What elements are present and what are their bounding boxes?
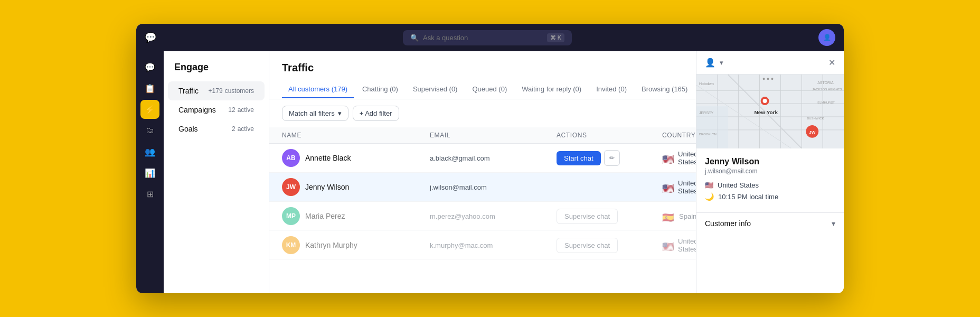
tab-waiting[interactable]: Waiting for reply (0)	[515, 81, 588, 98]
profile-email: j.wilson@mail.com	[705, 167, 835, 175]
sidebar-icon-inbox[interactable]: 📋	[140, 79, 159, 98]
flag-icon: 🇺🇸	[662, 183, 674, 191]
header-email: Email	[430, 132, 557, 139]
engage-sidebar: Engage Traffic +179 customers Campaigns …	[164, 51, 269, 293]
svg-text:JERSEY: JERSEY	[699, 111, 713, 115]
flag-icon: 🇺🇸	[662, 154, 674, 162]
goals-count: 2	[232, 125, 235, 133]
sidebar-icon-chat[interactable]: 💬	[140, 58, 159, 77]
goals-label: Goals	[178, 125, 198, 133]
customer-name: Maria Perez	[305, 212, 345, 220]
profile-name: Jenny Wilson	[705, 157, 835, 166]
country-name: United States	[678, 237, 696, 253]
country-label: United States	[718, 181, 759, 189]
start-chat-button[interactable]: Start chat	[557, 151, 601, 165]
tab-browsing[interactable]: Browsing (165)	[635, 81, 694, 98]
search-bar[interactable]: 🔍 ⌘ K	[403, 30, 572, 45]
clock-icon: 🌙	[705, 192, 714, 201]
add-filter-button[interactable]: + Add filter	[353, 106, 399, 121]
sidebar-item-campaigns[interactable]: Campaigns 12 active	[168, 100, 265, 119]
filter-row: Match all filters ▾ + Add filter	[269, 99, 696, 127]
actions-cell: Supervise chat	[557, 238, 662, 253]
customer-profile: Jenny Wilson j.wilson@mail.com 🇺🇸 United…	[696, 148, 844, 212]
country-cell: 🇪🇸 Spain	[662, 212, 696, 220]
actions-cell: Supervise chat	[557, 209, 662, 224]
map-area: ASTORIA JACKSON HEIGHTS Hoboken ELMHURST…	[696, 74, 844, 148]
user-icon: 👤	[823, 34, 831, 41]
customer-name: Kathryn Murphy	[305, 241, 357, 249]
tab-all-customers[interactable]: All customers (179)	[282, 81, 354, 98]
main-layout: 💬 📋 ⚡ 🗂 👥 📊 ⊞ Engage Traffic +179 custom…	[136, 51, 844, 293]
profile-country: 🇺🇸 United States	[705, 181, 835, 189]
country-name: United States	[678, 179, 696, 195]
customer-info-row[interactable]: Customer info ▾	[696, 212, 844, 234]
customer-cell: JW Jenny Wilson	[282, 178, 430, 196]
sidebar-item-goals[interactable]: Goals 2 active	[168, 119, 265, 138]
svg-point-28	[771, 78, 773, 80]
tabs-row: All customers (179) Chatting (0) Supervi…	[269, 74, 696, 99]
header-country: Country	[662, 132, 695, 139]
sidebar-icon-engage[interactable]: ⚡	[140, 100, 159, 119]
flag-icon: 🇪🇸	[662, 212, 675, 220]
email-cell: a.black@gmail.com	[430, 154, 557, 162]
topbar-left: 💬	[145, 32, 156, 43]
traffic-count-label: customers	[225, 87, 254, 95]
svg-point-26	[763, 78, 765, 80]
tab-queued[interactable]: Queued (0)	[466, 81, 513, 98]
right-panel: 👤 ▾ ✕	[696, 51, 844, 293]
goals-badge: 2 active	[232, 125, 254, 133]
supervise-chat-button[interactable]: Supervise chat	[557, 238, 618, 253]
svg-point-27	[767, 78, 769, 80]
table-row: KM Kathryn Murphy k.murphy@mac.com Super…	[269, 231, 696, 260]
tab-supervised[interactable]: Supervised (0)	[407, 81, 464, 98]
match-filter-label: Match all filters	[289, 109, 335, 117]
avatar: AB	[282, 149, 300, 167]
sidebar-icon-archive[interactable]: 🗂	[140, 121, 159, 140]
svg-point-22	[763, 99, 767, 103]
tab-chatting[interactable]: Chatting (0)	[356, 81, 404, 98]
chat-icon: 💬	[145, 32, 156, 43]
icon-sidebar: 💬 📋 ⚡ 🗂 👥 📊 ⊞	[136, 51, 164, 293]
country-flag-icon: 🇺🇸	[705, 181, 713, 189]
supervise-chat-button[interactable]: Supervise chat	[557, 209, 618, 224]
svg-text:BROOKLYN: BROOKLYN	[699, 133, 717, 136]
engage-title: Engage	[164, 62, 269, 81]
svg-text:BUSHWICK: BUSHWICK	[807, 117, 824, 120]
match-filter-dropdown[interactable]: Match all filters ▾	[282, 106, 348, 121]
customer-name: Jenny Wilson	[305, 183, 349, 191]
customer-cell: MP Maria Perez	[282, 207, 430, 225]
actions-cell: Start chat ✏	[557, 150, 662, 166]
map-svg: ASTORIA JACKSON HEIGHTS Hoboken ELMHURST…	[696, 74, 844, 148]
sidebar-icon-apps[interactable]: ⊞	[140, 184, 159, 203]
email-cell: j.wilson@mail.com	[430, 183, 557, 191]
table-row: AB Annette Black a.black@gmail.com Start…	[269, 144, 696, 173]
country-cell: 🇺🇸 United States	[662, 179, 696, 195]
traffic-count: +179	[209, 87, 223, 95]
customer-name: Annette Black	[305, 154, 351, 162]
customer-cell: AB Annette Black	[282, 149, 430, 167]
sidebar-icon-contacts[interactable]: 👥	[140, 142, 159, 161]
campaigns-count: 12	[228, 106, 235, 114]
add-filter-label: + Add filter	[360, 109, 392, 117]
svg-text:New York: New York	[755, 109, 778, 115]
campaigns-count-label: active	[238, 106, 254, 114]
header-name: Name	[282, 132, 430, 139]
avatar: JW	[282, 178, 300, 196]
close-icon[interactable]: ✕	[828, 58, 835, 68]
sidebar-item-traffic[interactable]: Traffic +179 customers	[168, 81, 265, 100]
app-window: 💬 🔍 ⌘ K 👤 💬 📋 ⚡ 🗂 👥 📊 ⊞ Engage Traffic	[136, 24, 844, 293]
country-cell: 🇺🇸 United States	[662, 237, 696, 253]
svg-text:Hoboken: Hoboken	[699, 82, 714, 86]
sidebar-icon-reports[interactable]: 📊	[140, 163, 159, 182]
svg-text:JACKSON HEIGHTS: JACKSON HEIGHTS	[812, 88, 842, 91]
search-input[interactable]	[423, 34, 543, 42]
traffic-badge: +179 customers	[209, 87, 254, 95]
edit-button[interactable]: ✏	[604, 150, 620, 166]
expand-icon[interactable]: ▾	[720, 59, 723, 67]
header-actions: Actions	[557, 132, 662, 139]
person-icon: 👤	[705, 58, 715, 68]
tab-invited[interactable]: Invited (0)	[590, 81, 633, 98]
user-avatar-topbar[interactable]: 👤	[818, 29, 835, 46]
svg-text:JW: JW	[809, 130, 815, 135]
customer-table: Name Email Actions Country AB Annette Bl…	[269, 127, 696, 293]
